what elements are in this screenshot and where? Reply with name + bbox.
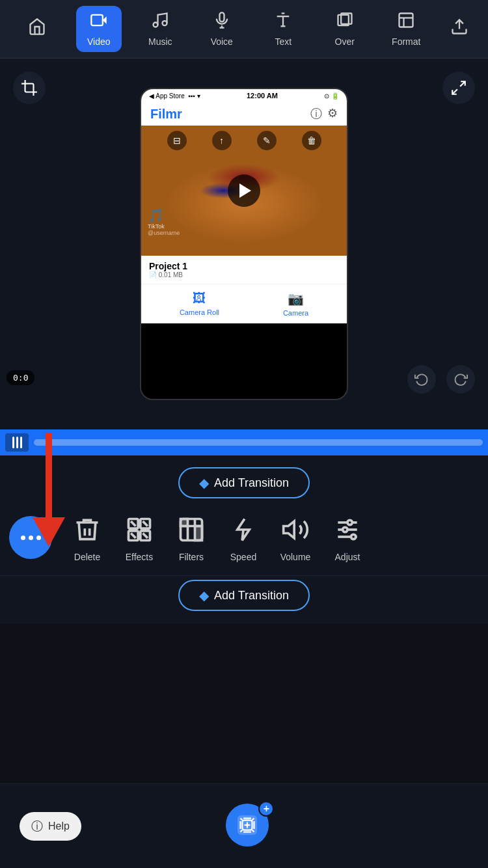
phone-status-bar: ◀ App Store ▪▪▪ ▾ 12:00 AM ⊙ 🔋 bbox=[141, 89, 347, 102]
speed-label: Speed bbox=[230, 552, 256, 562]
diamond-icon-top: ◆ bbox=[199, 475, 209, 491]
filters-label: Filters bbox=[179, 552, 204, 562]
expand-button[interactable] bbox=[442, 72, 475, 104]
svg-line-27 bbox=[131, 534, 135, 538]
svg-point-38 bbox=[347, 520, 352, 524]
tool-effects[interactable]: Effects bbox=[113, 513, 165, 562]
info-icon: ⓘ bbox=[310, 106, 322, 122]
editing-tools-area: ◆ Add Transition Delete bbox=[0, 455, 488, 624]
nav-format[interactable]: Format bbox=[383, 6, 429, 52]
add-transition-bottom-button[interactable]: ◆ Add Transition bbox=[178, 580, 310, 611]
camera-label: Camera bbox=[283, 309, 308, 317]
text-icon bbox=[274, 11, 292, 34]
add-transition-top-label: Add Transition bbox=[214, 476, 289, 490]
upload-button[interactable] bbox=[445, 12, 474, 46]
top-navigation: Video Music Voice bbox=[0, 0, 488, 59]
nav-music[interactable]: Music bbox=[137, 6, 183, 52]
effects-icon bbox=[122, 513, 156, 547]
volume-icon bbox=[278, 513, 312, 547]
crop-button[interactable] bbox=[13, 72, 46, 104]
thumbnail-actions: ⊟ ↑ ✎ 🗑 bbox=[141, 131, 347, 150]
svg-line-17 bbox=[460, 81, 465, 87]
diamond-icon-bottom: ◆ bbox=[199, 588, 209, 603]
timeline-grip[interactable] bbox=[5, 433, 29, 452]
svg-line-25 bbox=[131, 521, 135, 526]
nav-over-label: Over bbox=[335, 36, 355, 47]
timecode: 0:0 bbox=[7, 370, 34, 385]
tool-speed[interactable]: Speed bbox=[217, 513, 269, 562]
delete-label: Delete bbox=[74, 552, 100, 562]
help-icon: ⓘ bbox=[31, 819, 43, 834]
phone-bottom-actions: 🖼 Camera Roll 📷 Camera bbox=[141, 284, 347, 323]
bottom-bar: ⓘ Help + bbox=[0, 783, 488, 868]
tool-filters[interactable]: Filters bbox=[165, 513, 217, 562]
project-info: Project 1 📄 0.01 MB bbox=[141, 256, 347, 284]
nav-over[interactable]: Over bbox=[322, 6, 368, 52]
video-thumbnail: ⊟ ↑ ✎ 🗑 🎵 TikTok @username bbox=[141, 126, 347, 256]
svg-point-3 bbox=[163, 21, 167, 25]
svg-point-2 bbox=[154, 23, 158, 27]
help-button[interactable]: ⓘ Help bbox=[20, 812, 81, 841]
svg-rect-0 bbox=[91, 15, 103, 25]
camera-icon: 📷 bbox=[288, 291, 304, 306]
speed-icon bbox=[226, 513, 260, 547]
nav-home[interactable] bbox=[14, 12, 60, 46]
add-transition-top: ◆ Add Transition bbox=[0, 455, 488, 506]
preview-area: ◀ App Store ▪▪▪ ▾ 12:00 AM ⊙ 🔋 Filmr ⓘ ⚙… bbox=[0, 59, 488, 429]
svg-point-41 bbox=[343, 527, 347, 532]
edit-icon[interactable]: ✎ bbox=[257, 131, 277, 150]
redo-button[interactable] bbox=[446, 365, 475, 394]
layers-icon bbox=[336, 11, 354, 34]
share-icon[interactable]: ↑ bbox=[212, 131, 232, 150]
app-title: Filmr bbox=[150, 107, 182, 122]
camera-roll-button[interactable]: 🖼 Camera Roll bbox=[180, 291, 219, 317]
svg-point-44 bbox=[351, 534, 356, 539]
red-arrow-indicator bbox=[26, 433, 72, 552]
nav-text[interactable]: Text bbox=[260, 6, 306, 52]
nav-video[interactable]: Video bbox=[76, 6, 122, 52]
timeline[interactable] bbox=[0, 429, 488, 455]
dot1 bbox=[21, 536, 25, 540]
filters-icon bbox=[174, 513, 208, 547]
play-button[interactable] bbox=[228, 174, 260, 207]
svg-rect-33 bbox=[181, 519, 188, 526]
svg-rect-13 bbox=[400, 14, 413, 27]
nav-format-label: Format bbox=[392, 36, 420, 47]
nav-voice-label: Voice bbox=[211, 36, 233, 47]
svg-rect-34 bbox=[195, 526, 202, 541]
mic-icon bbox=[213, 11, 231, 34]
adjust-icon bbox=[331, 513, 364, 547]
add-transition-bottom-label: Add Transition bbox=[214, 589, 289, 603]
nav-text-label: Text bbox=[275, 36, 291, 47]
tune-icon[interactable]: ⊟ bbox=[167, 131, 187, 150]
home-icon bbox=[28, 18, 46, 40]
phone-app-header: Filmr ⓘ ⚙ bbox=[141, 102, 347, 126]
svg-line-28 bbox=[143, 534, 148, 538]
nav-video-label: Video bbox=[87, 36, 111, 47]
tool-adjust[interactable]: Adjust bbox=[321, 513, 373, 562]
add-transition-bottom: ◆ Add Transition bbox=[0, 575, 488, 624]
svg-line-18 bbox=[452, 89, 457, 94]
phone-preview: ◀ App Store ▪▪▪ ▾ 12:00 AM ⊙ 🔋 Filmr ⓘ ⚙… bbox=[140, 88, 348, 400]
nav-voice[interactable]: Voice bbox=[199, 6, 245, 52]
help-label: Help bbox=[48, 821, 70, 832]
volume-label: Volume bbox=[280, 552, 311, 562]
camera-roll-label: Camera Roll bbox=[180, 308, 219, 316]
tiktok-badge: 🎵 TikTok @username bbox=[148, 208, 180, 236]
add-transition-top-button[interactable]: ◆ Add Transition bbox=[178, 467, 310, 498]
plus-badge: + bbox=[258, 801, 274, 817]
adjust-label: Adjust bbox=[335, 552, 360, 562]
add-media-button[interactable]: + bbox=[226, 804, 271, 849]
format-icon bbox=[397, 11, 415, 34]
timeline-track[interactable] bbox=[34, 439, 483, 446]
settings-icon: ⚙ bbox=[327, 106, 338, 122]
video-icon bbox=[90, 11, 108, 34]
undo-button[interactable] bbox=[407, 365, 436, 394]
tool-volume[interactable]: Volume bbox=[269, 513, 321, 562]
camera-button[interactable]: 📷 Camera bbox=[283, 291, 308, 317]
svg-marker-35 bbox=[284, 521, 295, 538]
camera-roll-icon: 🖼 bbox=[193, 291, 206, 306]
svg-marker-20 bbox=[33, 517, 65, 547]
music-icon bbox=[151, 11, 169, 34]
delete-icon[interactable]: 🗑 bbox=[302, 131, 321, 150]
